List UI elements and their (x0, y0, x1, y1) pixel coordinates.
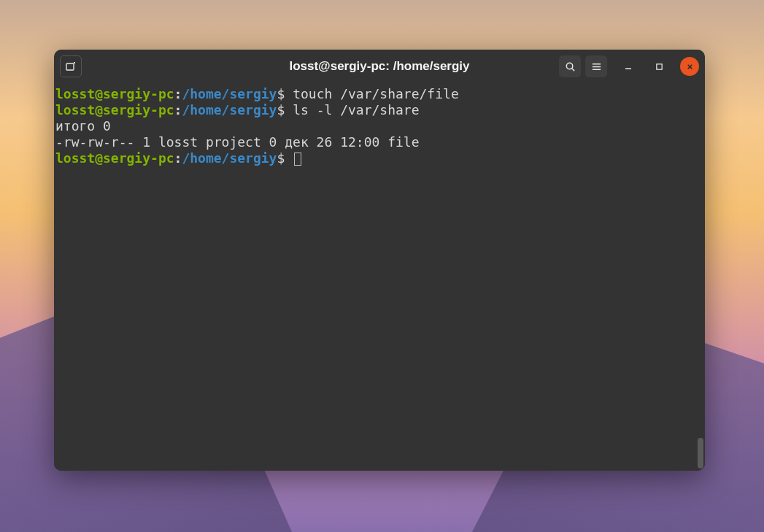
new-tab-icon (65, 61, 77, 72)
command-text: touch /var/share/file (293, 86, 459, 101)
terminal-line-3: итого 0 (55, 118, 703, 134)
terminal-window: losst@sergiy-pc: /home/sergiy (54, 50, 705, 471)
prompt-colon: : (174, 102, 182, 117)
command-text: ls -l /var/share (293, 102, 419, 117)
prompt-path: /home/sergiy (182, 150, 277, 166)
prompt-path: /home/sergiy (182, 102, 277, 117)
maximize-button[interactable] (649, 57, 668, 76)
prompt-symbol: $ (277, 150, 285, 166)
minimize-icon (624, 62, 633, 71)
prompt-user: losst@sergiy-pc (55, 102, 174, 117)
search-icon (565, 61, 576, 72)
hamburger-icon (591, 61, 602, 72)
terminal-line-4: -rw-rw-r-- 1 losst project 0 дек 26 12:0… (55, 134, 703, 150)
svg-rect-0 (66, 63, 74, 70)
prompt-user: losst@sergiy-pc (55, 150, 174, 166)
output-text: -rw-rw-r-- 1 losst project 0 дек 26 12:0… (55, 134, 420, 150)
search-button[interactable] (559, 55, 581, 77)
menu-button[interactable] (585, 55, 607, 77)
prompt-colon: : (174, 150, 182, 166)
maximize-icon (655, 63, 663, 71)
prompt-symbol: $ (277, 86, 285, 101)
prompt-path: /home/sergiy (182, 86, 277, 101)
close-button[interactable] (680, 57, 699, 76)
terminal-line-1: losst@sergiy-pc:/home/sergiy$ touch /var… (55, 86, 703, 102)
new-tab-button[interactable] (60, 55, 82, 77)
terminal-line-5: losst@sergiy-pc:/home/sergiy$ (55, 150, 703, 166)
minimize-button[interactable] (619, 57, 638, 76)
close-icon (686, 63, 694, 71)
cursor (294, 153, 301, 166)
prompt-colon: : (174, 86, 182, 101)
titlebar[interactable]: losst@sergiy-pc: /home/sergiy (54, 50, 705, 83)
scrollbar-thumb[interactable] (698, 438, 703, 469)
terminal-line-2: losst@sergiy-pc:/home/sergiy$ ls -l /var… (55, 102, 703, 118)
output-text: итого 0 (55, 118, 111, 134)
terminal-body[interactable]: losst@sergiy-pc:/home/sergiy$ touch /var… (54, 83, 705, 471)
svg-point-1 (566, 63, 572, 69)
prompt-symbol: $ (277, 102, 285, 117)
prompt-user: losst@sergiy-pc (55, 86, 174, 101)
svg-rect-2 (656, 63, 661, 69)
